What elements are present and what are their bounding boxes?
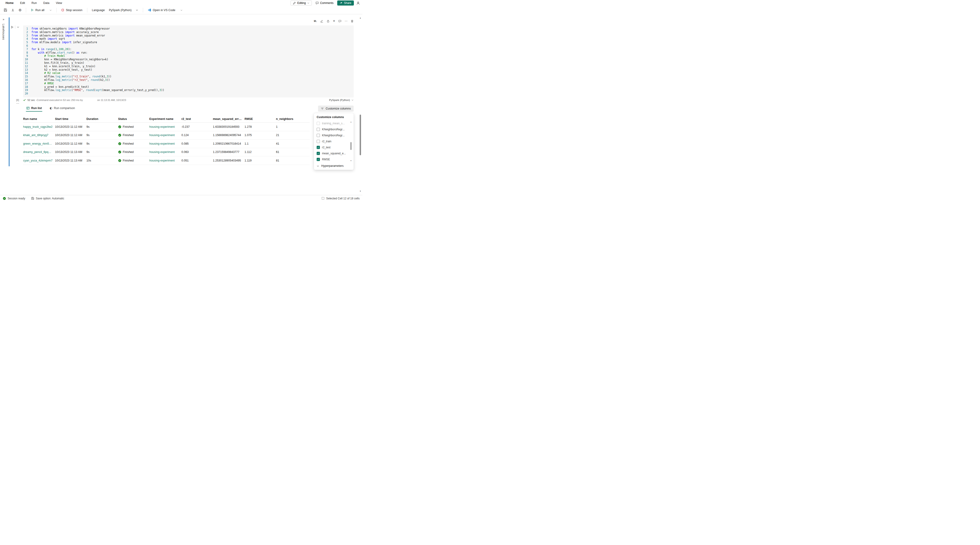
code-line: 1from sklearn.neighbors import KNeighbor… [23,27,354,30]
line-number: 8 [23,51,32,54]
column-header[interactable]: n_neighbors [276,118,310,121]
scroll-down-icon[interactable]: ▼ [360,190,361,193]
stop-session-button[interactable]: Stop session [59,8,84,13]
editing-mode-dropdown[interactable]: Editing [291,0,312,6]
table-row[interactable]: cyan_yuca_4zkmqvm7 10/13/2023 11:13 AM 1… [23,156,310,165]
rmse-cell: 1.119 [245,159,276,162]
line-number: 4 [23,37,32,41]
main-scrollbar[interactable]: ▲ ▼ [359,17,362,193]
menu-tab-run[interactable]: Run [29,1,40,5]
run-name-link[interactable]: green_energy_rkm578xf [23,142,55,145]
column-header[interactable]: mean_squared_error_... [213,118,245,121]
convert-markdown-icon[interactable]: M↓ [314,20,317,22]
run-name-link[interactable]: happy_truck_cqgs3lw2 [23,125,55,129]
kernel-dropdown[interactable]: PySpark (Python) [329,99,354,102]
experiment-link[interactable]: housing-experiment [149,159,181,162]
export-icon[interactable] [10,7,16,13]
scroll-track[interactable] [359,19,362,190]
column-header[interactable]: Experiment name [149,118,181,121]
scroll-up-icon[interactable]: ▲ [360,17,361,19]
menu-tab-view[interactable]: View [53,1,65,5]
experiment-link[interactable]: housing-experiment [149,125,181,129]
run-all-button[interactable]: Run all [29,8,46,13]
cell-list-more-icon[interactable]: ⋯ [16,102,19,105]
customize-columns-button[interactable]: Customize columns [318,106,354,111]
cell-comment-icon[interactable] [338,20,341,23]
experiment-link[interactable]: housing-experiment [149,142,181,145]
tab-run-list[interactable]: Run list [25,106,43,111]
table-row[interactable]: dreamy_pencil_6pqhqf... 10/13/2023 11:13… [23,148,310,157]
language-dropdown[interactable]: PySpark (Python) [107,8,140,13]
vscode-chevron-icon[interactable] [178,7,185,13]
run-name-link[interactable]: dreamy_pencil_6pqhqf... [23,150,55,154]
column-header[interactable]: RMSE [245,118,276,121]
collapse-cell-icon[interactable] [17,25,19,29]
status-cell: Finished [118,150,149,154]
tab-run-comparison[interactable]: ◐ Run comparison [48,105,76,111]
scroll-down-icon[interactable]: ▼ [350,160,352,162]
column-header[interactable]: Start time [55,118,86,121]
duration-cell: 9s [86,150,118,154]
delete-cell-icon[interactable] [351,20,354,23]
code-editor[interactable]: 1from sklearn.neighbors import KNeighbor… [23,25,354,97]
column-checkbox[interactable] [317,134,320,137]
lock-cell-icon[interactable] [326,20,329,23]
table-row[interactable]: happy_truck_cqgs3lw2 10/13/2023 11:12 AM… [23,123,310,131]
comments-button[interactable]: Comments [314,1,335,5]
panel-scrollbar[interactable]: ▲ ▼ [350,121,352,162]
expand-pane-icon[interactable]: » [3,17,4,21]
code-cell[interactable]: M↓ ✳ ⋯ 1fro [23,19,354,102]
column-option[interactable]: ✓mean_squared_e... [317,150,348,156]
panel-scroll-track[interactable] [350,123,352,160]
hyperparameters-section-toggle[interactable]: Hyperparameters [317,164,352,167]
scroll-up-icon[interactable]: ▲ [350,121,352,123]
menu-tab-edit[interactable]: Edit [18,1,28,5]
column-header[interactable]: r2_test [181,118,213,121]
column-option[interactable]: KNeighborsRegr... [317,126,348,132]
column-header[interactable]: Run name [23,118,55,121]
column-header[interactable]: Status [118,118,149,121]
status-cell: Finished [118,159,149,162]
scroll-thumb[interactable] [360,114,361,155]
line-number: 7 [23,48,32,51]
column-header[interactable]: Duration [86,118,118,121]
run-name-link[interactable]: cyan_yuca_4zkmqvm7 [23,159,55,162]
save-option-status[interactable]: Save option: Automatic [31,197,64,200]
menu-tab-data[interactable]: Data [40,1,52,5]
column-option[interactable]: training_mean_s... [317,120,348,126]
table-row[interactable]: green_energy_rkm578xf 10/13/2023 11:12 A… [23,140,310,148]
rmse-cell: 1.278 [245,125,276,129]
workspace: » Lakehouses M↓ [0,14,363,195]
session-status-label: Session ready [8,197,25,200]
account-avatar[interactable] [356,1,360,5]
run-name-link[interactable]: khaki_ant_t8hpryg7 [23,133,55,137]
panel-options: training_mean_s...KNeighborsRegr...KNeig… [317,120,352,162]
experiment-link[interactable]: housing-experiment [149,150,181,154]
table-row[interactable]: khaki_ant_t8hpryg7 10/13/2023 11:12 AM 9… [23,131,310,140]
column-option[interactable]: ✓r2_test [317,145,348,150]
panel-scroll-thumb[interactable] [350,142,352,150]
column-option[interactable]: KNeighborsRegr... [317,132,348,138]
menu-tab-home[interactable]: Home [3,1,16,5]
rmse-cell: 1.075 [245,133,276,137]
run-all-chevron-icon[interactable] [48,7,54,13]
share-button[interactable]: Share [337,0,354,6]
column-checkbox[interactable]: ✓ [317,152,320,155]
sparkle-ai-icon[interactable]: ✳ [333,19,335,23]
run-cell-icon[interactable] [11,25,14,29]
open-vscode-button[interactable]: Open in VS Code [146,7,177,13]
customize-columns-label: Customize columns [326,107,351,110]
column-checkbox[interactable] [317,122,320,125]
save-icon[interactable] [2,7,8,13]
column-checkbox[interactable]: ✓ [317,158,320,161]
column-option[interactable]: ✓RMSE [317,156,348,162]
experiment-link[interactable]: housing-experiment [149,133,181,137]
column-checkbox[interactable] [317,140,320,143]
settings-gear-icon[interactable]: ⚙ [17,7,23,13]
edit-note-icon[interactable] [320,20,323,23]
column-checkbox[interactable] [317,128,320,131]
lakehouses-pane-label[interactable]: Lakehouses [2,24,5,40]
column-checkbox[interactable]: ✓ [317,146,320,149]
column-option[interactable]: r2_train [317,138,348,145]
cell-more-options-icon[interactable]: ⋯ [345,19,347,23]
